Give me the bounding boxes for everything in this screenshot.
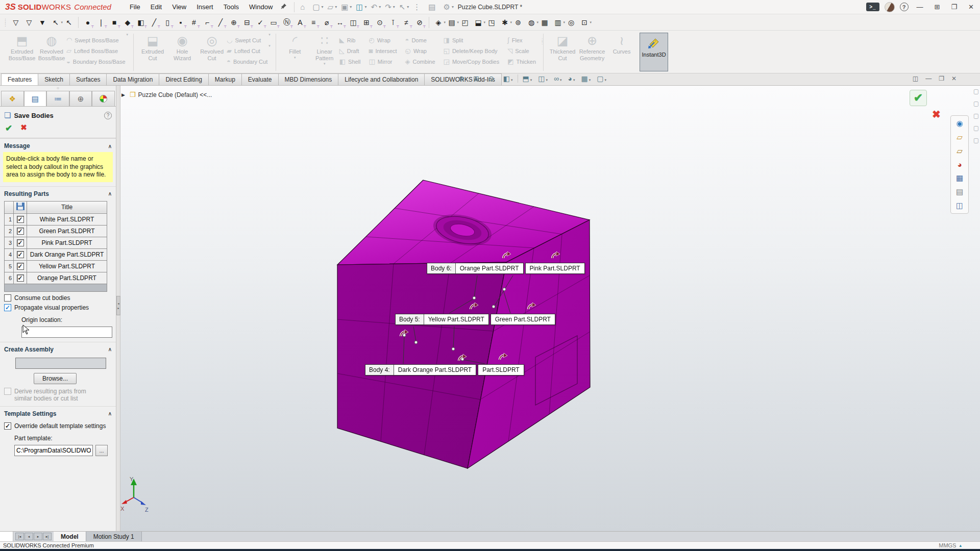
ribbon-tab[interactable]: Lifecycle and Collaboration <box>338 73 425 85</box>
prev-tab-button[interactable]: ◂ <box>24 533 33 540</box>
checkbox-checked[interactable]: ✓ <box>4 422 11 430</box>
body-callout-6[interactable]: Body 6:Orange Part.SLDPRT Pink Part.SLDP… <box>427 263 585 274</box>
sketch-tool-icon[interactable]: ▭⊤▾ <box>267 16 280 29</box>
table-row[interactable]: 2 ✓ Green Part.SLDPRT <box>5 225 107 237</box>
sketch-tool-icon[interactable]: ■⊤▾ <box>108 16 121 29</box>
row-checkbox-cell[interactable]: ✓ <box>14 213 27 225</box>
quick-toolbar-icon[interactable]: ↶▾ <box>370 2 383 12</box>
consume-cut-bodies-row[interactable]: Consume cut bodies <box>0 292 116 302</box>
menu-item[interactable]: Edit <box>145 1 167 13</box>
menu-item[interactable]: Tools <box>218 1 244 13</box>
quick-toolbar-icon[interactable]: ↖▾ <box>398 2 411 12</box>
part-title[interactable]: White Part.SLDPRT <box>27 213 107 225</box>
dropdown-caret-icon[interactable]: ▾ <box>322 5 324 9</box>
collapse-chevron-icon[interactable]: ∧ <box>108 143 112 149</box>
part-template-input[interactable] <box>14 445 93 456</box>
browse-button[interactable]: Browse... <box>34 373 77 384</box>
sketch-tool-icon[interactable]: ⌐⊤▾ <box>201 16 214 29</box>
minimize-button[interactable]: — <box>914 3 926 11</box>
dropdown-caret-icon[interactable]: ▾ <box>365 5 367 9</box>
propagate-visual-properties-row[interactable]: ✓ Propagate visual properties <box>0 302 116 311</box>
rail-tool-icon[interactable]: ▱ <box>957 146 963 156</box>
ribbon-stack-item[interactable]: ▱ Lofted Boss/Base <box>66 46 126 55</box>
sketch-tool-icon[interactable]: ╱⊤▾ <box>148 16 161 29</box>
quick-toolbar-icon[interactable]: ⋮▾ <box>411 2 426 12</box>
ribbon-stack-item[interactable]: ◣ Rib <box>339 36 361 44</box>
dropdown-caret-icon[interactable]: ▾ <box>379 5 381 9</box>
sketch-tool-icon[interactable]: ●⊤▾ <box>81 16 94 29</box>
dropdown-caret-icon[interactable]: ▾ <box>530 78 532 82</box>
ribbon-button[interactable]: ◍ Revolved Boss/Base <box>37 33 66 61</box>
checkbox-checked[interactable]: ✓ <box>17 216 24 223</box>
part-title[interactable]: Orange Part.SLDPRT <box>27 272 107 284</box>
graphics-viewport[interactable]: Y X Z ▶ ❒ Puzzle Cube (Default) <<... Bo… <box>120 86 980 531</box>
sketch-tool-icon[interactable]: ✓⊤▾ <box>254 16 267 29</box>
sketch-tool-icon[interactable]: #⊤▾ <box>187 16 201 29</box>
user-avatar[interactable] <box>885 2 895 12</box>
ribbon-button[interactable]: ⬒ Extruded Boss/Base <box>7 33 37 61</box>
ribbon-stack-item[interactable]: ◠ Swept Boss/Base <box>66 36 126 44</box>
ribbon-stack-item[interactable]: ◹ Scale <box>507 46 536 55</box>
panel-splitter[interactable]: ◂▸ <box>116 86 120 531</box>
body-filename-field[interactable]: Green Part.SLDPRT <box>491 314 555 325</box>
tab-configurationmanager[interactable]: ≔ <box>46 91 69 106</box>
pin-menubar-icon[interactable] <box>281 3 287 11</box>
sketch-tool-icon[interactable]: ⌀⊤▾ <box>320 16 333 29</box>
task-pane-icon[interactable]: ▢ <box>973 137 979 144</box>
terminal-icon[interactable]: >_ <box>866 3 879 11</box>
ribbon-tab[interactable]: Evaluate <box>241 73 279 85</box>
sketch-tool-icon[interactable]: ▽⊤▾ <box>22 16 36 29</box>
doc-close-icon[interactable]: ✕ <box>951 75 957 82</box>
sketch-tool-icon[interactable]: ⬓⊤▾ <box>472 16 485 29</box>
ribbon-button[interactable]: ◎ Revolved Cut <box>197 33 227 61</box>
ribbon-button[interactable]: ⊕ Reference Geometry ▾ <box>577 33 607 66</box>
sketch-tool-icon[interactable]: ↖⊤▾ <box>49 16 62 29</box>
view-tool-icon[interactable]: ∞▾ <box>552 74 564 83</box>
ribbon-stack-item[interactable]: ◩ Thicken <box>507 57 536 66</box>
ribbon-stack-item[interactable]: ◨ Split <box>444 36 500 44</box>
ribbon-stack-item[interactable]: ◧ Shell <box>339 57 361 66</box>
checkbox-checked[interactable]: ✓ <box>17 263 24 270</box>
sketch-tool-icon[interactable]: ▯⊤▾ <box>161 16 174 29</box>
task-pane-icon[interactable]: ▢ <box>973 88 979 95</box>
table-row[interactable]: 4 ✓ Dark Orange Part.SLDPRT <box>5 248 107 260</box>
ribbon-button[interactable]: ≀ Curves ▾ <box>607 33 636 60</box>
tab-propertymanager[interactable]: ▤ <box>24 91 47 106</box>
quick-toolbar-icon[interactable]: ▤▾ <box>427 2 440 12</box>
view-tool-icon[interactable]: ⊞▾ <box>472 74 483 83</box>
sketch-tool-icon[interactable]: ▥⊤▾ <box>551 16 565 29</box>
quick-toolbar-icon[interactable]: ⌂▾ <box>299 2 310 12</box>
row-checkbox-cell[interactable]: ✓ <box>14 225 27 237</box>
next-tab-button[interactable]: ▸ <box>34 533 42 540</box>
part-title[interactable]: Pink Part.SLDPRT <box>27 237 107 248</box>
ribbon-stack-item[interactable]: ▰ Lofted Cut <box>227 46 267 55</box>
sketch-tool-icon[interactable]: ▽⊤▾ <box>9 16 22 29</box>
resulting-parts-section-header[interactable]: Resulting Parts ∧ <box>0 186 116 200</box>
sketch-tool-icon[interactable]: ▤⊤▾ <box>445 16 458 29</box>
quick-toolbar-icon[interactable]: ⚙▾ <box>442 2 455 12</box>
ribbon-tab[interactable]: Features <box>1 73 38 85</box>
dropdown-caret-icon[interactable]: ▾ <box>546 78 548 82</box>
ribbon-tab[interactable]: MBD Dimensions <box>278 73 339 85</box>
dropdown-caret-icon[interactable]: ▾ <box>590 20 592 24</box>
checkbox-checked[interactable]: ✓ <box>17 274 24 282</box>
cancel-button[interactable]: ✖ <box>20 123 27 134</box>
ribbon-stack-item[interactable]: ◈ Combine <box>405 57 435 66</box>
ribbon-stack-item[interactable]: ◡ Swept Cut <box>227 36 267 44</box>
study-tab[interactable]: Motion Study 1 <box>86 532 142 541</box>
rail-tool-icon[interactable]: ◫ <box>956 201 963 210</box>
assembly-path-input[interactable] <box>15 358 106 369</box>
sketch-tool-icon[interactable]: ◫⊤▾ <box>347 16 360 29</box>
body-filename-field[interactable]: Orange Part.SLDPRT <box>456 263 523 273</box>
menu-item[interactable]: Window <box>244 1 278 13</box>
panel-top-handle[interactable]: ○ <box>0 86 116 91</box>
browse-ellipsis-button[interactable]: ... <box>95 445 108 456</box>
close-button[interactable]: ✕ <box>965 3 977 11</box>
units-indicator[interactable]: MMGS <box>939 542 956 548</box>
checkbox-checked[interactable]: ✓ <box>17 228 24 235</box>
toolbar-drag-handle[interactable]: ⋮⋮ <box>3 18 7 27</box>
collapse-chevron-icon[interactable]: ∧ <box>108 346 112 352</box>
view-tool-icon[interactable]: ◫▾ <box>536 74 549 83</box>
dropdown-caret-icon[interactable]: ▾ <box>324 62 326 66</box>
sketch-tool-icon[interactable]: ◰⊤▾ <box>458 16 472 29</box>
